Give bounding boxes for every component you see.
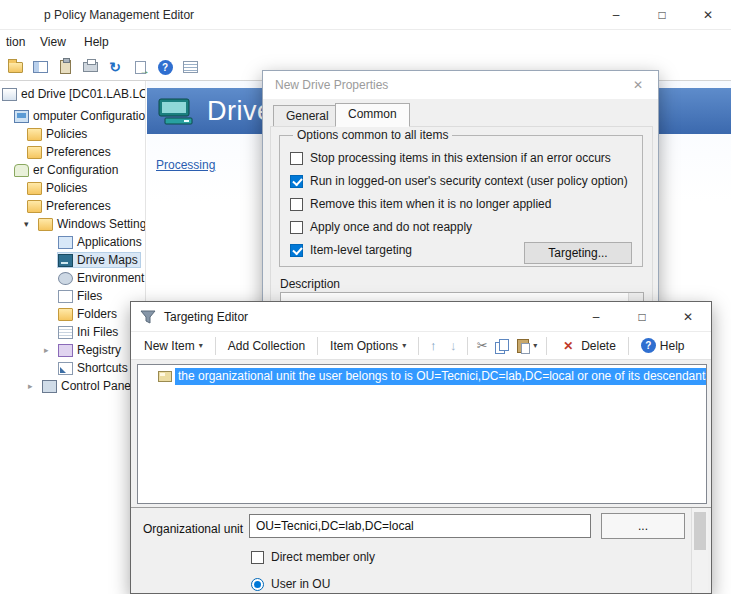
tab-common[interactable]: Common — [335, 103, 410, 127]
copy-icon[interactable] — [493, 337, 511, 355]
cut-icon[interactable] — [473, 337, 491, 355]
help-icon: ? — [641, 338, 656, 353]
menu-action[interactable]: tion — [2, 34, 29, 50]
delete-icon — [559, 337, 577, 355]
new-drive-properties-dialog: New Drive Properties ✕ General Common Op… — [262, 70, 659, 316]
show-console-tree-icon[interactable] — [31, 58, 49, 76]
tree-item-computer-configuration[interactable]: omputer Configuration — [0, 107, 145, 125]
tree-item-ini-files[interactable]: Ini Files — [0, 323, 145, 341]
gpo-icon — [2, 88, 17, 101]
user-in-ou-option[interactable]: User in OU — [251, 577, 330, 591]
window-title: p Policy Management Editor — [44, 8, 194, 22]
checkbox-unchecked[interactable] — [290, 221, 303, 234]
close-button[interactable]: ✕ — [665, 302, 711, 332]
tree-item-shortcuts[interactable]: Shortcuts — [0, 359, 145, 377]
add-collection-button[interactable]: Add Collection — [221, 336, 312, 356]
dialog-title: Targeting Editor — [164, 310, 248, 324]
tree-item-registry[interactable]: Registry — [0, 341, 145, 359]
toolbar-separator — [546, 337, 547, 355]
minimize-button[interactable]: – — [573, 302, 619, 332]
clipboard-icon[interactable] — [56, 58, 74, 76]
item-detail-panel: Organizational unit ... Direct member on… — [131, 508, 711, 593]
up-one-level-icon[interactable] — [6, 58, 24, 76]
tree-item-folders[interactable]: Folders — [0, 305, 145, 323]
option-stop-processing[interactable]: Stop processing items in this extension … — [290, 151, 611, 165]
direct-member-only-option[interactable]: Direct member only — [251, 550, 375, 564]
expander-right-icon[interactable] — [44, 341, 57, 359]
checkbox-unchecked[interactable] — [290, 152, 303, 165]
targeting-items-list[interactable]: the organizational unit the user belongs… — [137, 364, 707, 504]
toolbar-separator — [418, 337, 419, 355]
control-panel-icon — [42, 380, 57, 393]
console-tree: ed Drive [DC01.LAB.LOCA omputer Configur… — [0, 81, 146, 594]
chevron-down-icon: ▾ — [199, 341, 203, 350]
chevron-down-icon: ▾ — [533, 341, 537, 350]
targeting-toolbar: New Item▾ Add Collection Item Options▾ ▾… — [131, 332, 711, 360]
radio-selected[interactable] — [251, 578, 264, 591]
close-button[interactable]: ✕ — [685, 0, 731, 30]
checkbox-checked[interactable] — [290, 244, 303, 257]
organizational-unit-input[interactable] — [249, 514, 591, 538]
tree-item-policies-computer[interactable]: Policies — [0, 125, 145, 143]
export-list-icon[interactable] — [131, 58, 149, 76]
expander-down-icon[interactable] — [24, 215, 37, 233]
help-button[interactable]: ?Help — [634, 335, 692, 356]
toolbar-separator — [215, 337, 216, 355]
option-remove-when-no-longer-applied[interactable]: Remove this item when it is no longer ap… — [290, 197, 551, 211]
list-view-icon[interactable] — [181, 58, 199, 76]
folder-icon — [38, 218, 53, 231]
expander-right-icon[interactable] — [28, 377, 41, 395]
targeting-item-selected[interactable]: the organizational unit the user belongs… — [138, 367, 706, 386]
item-options-button[interactable]: Item Options▾ — [323, 336, 413, 356]
tree-item-preferences-computer[interactable]: Preferences — [0, 143, 145, 161]
option-apply-once[interactable]: Apply once and do not reapply — [290, 220, 472, 234]
new-item-button[interactable]: New Item▾ — [137, 336, 210, 356]
main-titlebar: p Policy Management Editor – □ ✕ — [0, 0, 731, 30]
tree-item-preferences-user[interactable]: Preferences — [0, 197, 145, 215]
help-icon[interactable]: ? — [156, 58, 174, 76]
targeting-button[interactable]: Targeting... — [524, 242, 632, 264]
processing-link[interactable]: Processing — [156, 158, 215, 172]
applications-icon — [58, 236, 73, 249]
checkbox-unchecked[interactable] — [251, 551, 264, 564]
delete-button[interactable]: Delete — [552, 334, 623, 358]
tree-item-control-panel-settings[interactable]: Control Panel Sett — [0, 377, 145, 395]
description-label: Description — [280, 277, 340, 291]
targeting-editor-dialog: Targeting Editor – □ ✕ New Item▾ Add Col… — [130, 301, 712, 594]
folder-icon — [27, 182, 42, 195]
tree-item-drive-maps[interactable]: Drive Maps — [0, 251, 145, 269]
refresh-icon[interactable] — [106, 58, 124, 76]
tree-item-applications[interactable]: Applications — [0, 233, 145, 251]
paste-icon — [517, 339, 529, 353]
folder-icon — [58, 308, 73, 321]
shortcuts-icon — [58, 362, 73, 375]
tree-item-environment[interactable]: Environment — [0, 269, 145, 287]
option-item-level-targeting[interactable]: Item-level targeting — [290, 243, 412, 257]
menu-help[interactable]: Help — [80, 34, 113, 50]
move-down-icon[interactable] — [444, 337, 462, 355]
option-run-in-user-context[interactable]: Run in logged-on user's security context… — [290, 174, 628, 188]
checkbox-unchecked[interactable] — [290, 198, 303, 211]
tree-item-gpo-root[interactable]: ed Drive [DC01.LAB.LOCA — [0, 85, 145, 103]
maximize-button[interactable]: □ — [619, 302, 665, 332]
user-icon — [14, 164, 29, 177]
browse-button[interactable]: ... — [601, 513, 685, 539]
scrollbar[interactable] — [691, 508, 708, 593]
ini-files-icon — [58, 326, 73, 339]
dialog-title: New Drive Properties — [275, 78, 388, 92]
menu-view[interactable]: View — [36, 34, 70, 50]
tree-item-files[interactable]: Files — [0, 287, 145, 305]
minimize-button[interactable]: – — [593, 0, 639, 30]
tab-general[interactable]: General — [273, 105, 342, 127]
tree-item-policies-user[interactable]: Policies — [0, 179, 145, 197]
window-controls: – □ ✕ — [593, 0, 731, 30]
maximize-button[interactable]: □ — [639, 0, 685, 30]
close-icon[interactable]: ✕ — [618, 71, 658, 99]
tree-item-windows-settings[interactable]: Windows Settings — [0, 215, 145, 233]
paste-button[interactable]: ▾ — [513, 336, 541, 356]
tree-item-user-configuration[interactable]: er Configuration — [0, 161, 145, 179]
checkbox-checked[interactable] — [290, 175, 303, 188]
print-icon[interactable] — [81, 58, 99, 76]
move-up-icon[interactable] — [424, 337, 442, 355]
scrollbar-thumb[interactable] — [694, 512, 706, 550]
